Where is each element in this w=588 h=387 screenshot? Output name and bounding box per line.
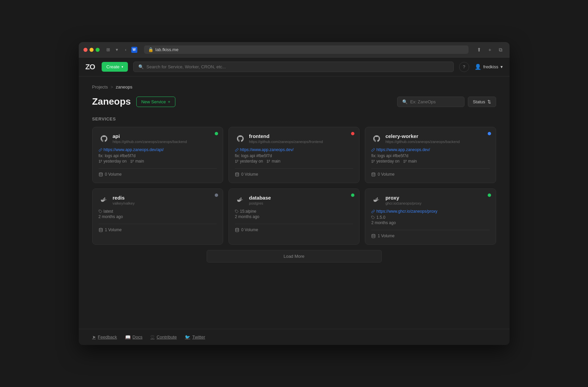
send-icon: ➤ bbox=[92, 335, 96, 340]
breadcrumb: Projects > zaneops bbox=[92, 84, 496, 90]
new-service-label: New Service bbox=[141, 99, 166, 104]
url-text: lab.fkiss.me bbox=[155, 47, 179, 52]
svg-point-13 bbox=[235, 173, 239, 174]
back-button[interactable]: ‹ bbox=[123, 46, 129, 53]
breadcrumb-projects[interactable]: Projects bbox=[92, 84, 108, 90]
service-card-celery-worker[interactable]: celery-worker https://github.com/zaneops… bbox=[365, 127, 496, 183]
contribute-link[interactable]: ♡ Contribute bbox=[150, 335, 177, 340]
service-card-proxy[interactable]: proxy ghcr.io/zaneops/proxy https://www.… bbox=[365, 188, 496, 245]
service-divider bbox=[371, 230, 489, 230]
service-repo: valkey/valkey bbox=[113, 201, 217, 205]
service-url[interactable]: https://www.ghcr.io/zaneops/proxy bbox=[371, 209, 489, 214]
service-type-icon bbox=[371, 195, 382, 206]
service-name: frontend bbox=[249, 133, 353, 139]
window-view-button[interactable]: ⊞ bbox=[105, 46, 112, 53]
svg-point-18 bbox=[404, 160, 405, 161]
service-volume: 1 Volume bbox=[371, 234, 489, 238]
new-service-button[interactable]: New Service + bbox=[136, 97, 176, 107]
svg-point-0 bbox=[99, 162, 100, 163]
svg-point-6 bbox=[99, 173, 102, 174]
feedback-link[interactable]: ➤ Feedback bbox=[92, 335, 117, 340]
service-repo: ghcr.io/zaneops/proxy bbox=[385, 201, 489, 205]
svg-point-5 bbox=[133, 160, 134, 161]
status-dot bbox=[488, 194, 491, 197]
app-navbar: ZO Create ▾ 🔍 ? 👤 fredkiss ▾ bbox=[79, 58, 510, 76]
service-url[interactable]: https://www.app.zaneops.dev/ bbox=[371, 147, 489, 152]
contribute-label: Contribute bbox=[157, 335, 177, 340]
sort-icon: ⇅ bbox=[487, 99, 491, 104]
address-bar[interactable]: 🔒 lab.fkiss.me bbox=[144, 45, 469, 54]
help-button[interactable]: ? bbox=[459, 62, 469, 72]
load-more-button[interactable]: Load More bbox=[207, 250, 382, 262]
lock-icon: 🔒 bbox=[148, 47, 153, 52]
service-card-frontend[interactable]: frontend https://github.com/zaneops/zane… bbox=[229, 127, 359, 183]
twitter-link[interactable]: 🐦 Twitter bbox=[185, 335, 205, 340]
svg-point-1 bbox=[99, 160, 100, 161]
status-filter-button[interactable]: Status ⇅ bbox=[468, 97, 496, 107]
search-input[interactable] bbox=[146, 64, 449, 69]
service-repo: https://github.com/zaneops/zaneops/backe… bbox=[385, 140, 489, 144]
svg-rect-35 bbox=[241, 199, 242, 200]
svg-point-7 bbox=[235, 162, 236, 163]
search-icon: 🔍 bbox=[402, 99, 408, 104]
browser-actions: ⬆ + ⧉ bbox=[475, 46, 505, 54]
browser-nav-controls: ⊞ ▾ ‹ W bbox=[105, 46, 137, 53]
global-search[interactable]: 🔍 bbox=[133, 62, 454, 72]
svg-point-12 bbox=[269, 160, 270, 161]
close-traffic-light[interactable] bbox=[83, 48, 88, 52]
service-name: proxy bbox=[385, 195, 489, 201]
service-type-icon bbox=[371, 133, 382, 144]
service-divider bbox=[99, 168, 217, 169]
svg-rect-25 bbox=[103, 199, 104, 200]
service-tag: 15:alpine bbox=[235, 209, 353, 214]
service-volume: 0 Volume bbox=[99, 172, 217, 177]
svg-point-2 bbox=[101, 160, 102, 161]
duplicate-tab-icon[interactable]: ⧉ bbox=[497, 46, 505, 54]
book-icon: 📖 bbox=[125, 335, 131, 340]
fullscreen-traffic-light[interactable] bbox=[96, 48, 100, 52]
new-tab-icon[interactable]: + bbox=[486, 46, 494, 54]
breadcrumb-separator: > bbox=[110, 84, 113, 90]
page-header: Zaneops New Service + 🔍 Status ⇅ bbox=[92, 96, 496, 107]
service-volume: 1 Volume bbox=[99, 227, 217, 232]
service-card-database[interactable]: database postgres 15:alpine 2 months ago… bbox=[229, 188, 359, 245]
status-dot bbox=[351, 132, 354, 135]
app-logo[interactable]: ZO bbox=[85, 63, 95, 71]
service-info: proxy ghcr.io/zaneops/proxy bbox=[385, 195, 489, 205]
service-card-redis[interactable]: redis valkey/valkey latest 2 months ago … bbox=[92, 188, 223, 245]
svg-point-8 bbox=[235, 160, 236, 161]
service-divider bbox=[235, 168, 353, 169]
docs-link[interactable]: 📖 Docs bbox=[125, 335, 143, 340]
search-icon: 🔍 bbox=[138, 64, 144, 69]
minimize-traffic-light[interactable] bbox=[90, 48, 94, 52]
service-divider bbox=[235, 224, 353, 224]
service-name: redis bbox=[113, 195, 217, 201]
service-commit: fix: logs api #fbe5f7d bbox=[371, 153, 489, 158]
svg-rect-34 bbox=[239, 199, 240, 200]
chevron-down-icon[interactable]: ▾ bbox=[114, 46, 120, 53]
create-label: Create bbox=[106, 64, 119, 69]
service-time: 2 months ago bbox=[99, 214, 217, 219]
svg-point-17 bbox=[404, 162, 405, 163]
svg-point-38 bbox=[235, 228, 239, 229]
service-volume: 0 Volume bbox=[235, 172, 353, 177]
service-volume: 0 Volume bbox=[371, 172, 489, 177]
service-repo: https://github.com/zaneops/zaneops/front… bbox=[249, 140, 353, 144]
svg-rect-26 bbox=[104, 199, 105, 200]
share-icon[interactable]: ⬆ bbox=[475, 46, 483, 54]
service-card-api[interactable]: api https://github.com/zaneops/zaneops/b… bbox=[92, 127, 223, 183]
service-url[interactable]: https://www.app.zaneops.dev/api/ bbox=[99, 147, 217, 152]
svg-point-47 bbox=[372, 234, 375, 235]
user-menu[interactable]: 👤 fredkiss ▾ bbox=[475, 64, 503, 70]
svg-point-16 bbox=[374, 160, 375, 161]
service-divider bbox=[371, 168, 489, 169]
svg-rect-36 bbox=[241, 198, 242, 199]
service-search[interactable]: 🔍 bbox=[397, 97, 464, 107]
svg-rect-44 bbox=[377, 199, 378, 200]
svg-point-15 bbox=[372, 160, 373, 161]
service-tag: latest bbox=[99, 209, 217, 214]
user-chevron-icon: ▾ bbox=[500, 64, 503, 69]
create-button[interactable]: Create ▾ bbox=[102, 62, 128, 72]
service-search-input[interactable] bbox=[410, 99, 467, 104]
service-url[interactable]: https://www.app.zaneops.dev/ bbox=[235, 147, 353, 152]
